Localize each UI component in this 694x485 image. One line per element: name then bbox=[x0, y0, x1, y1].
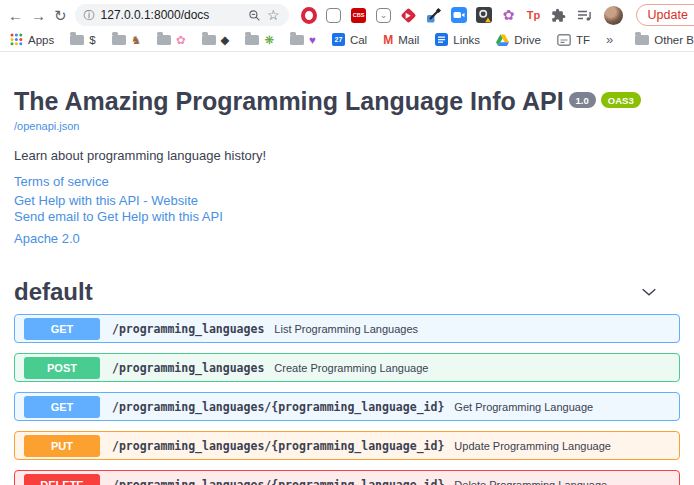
zoom-out-icon[interactable] bbox=[248, 9, 261, 22]
section-title: default bbox=[14, 278, 93, 306]
cbs-icon[interactable]: CBS bbox=[351, 7, 367, 23]
openapi-json-link[interactable]: /openapi.json bbox=[14, 120, 79, 132]
endpoint-path: /programming_languages bbox=[112, 361, 264, 375]
api-description: Learn about programming language history… bbox=[14, 148, 680, 163]
bookmark-label: ♞ bbox=[131, 33, 141, 47]
url-text[interactable]: 127.0.0.1:8000/docs bbox=[101, 8, 242, 22]
bookmark-mail[interactable]: MMail bbox=[383, 33, 419, 47]
method-badge: GET bbox=[24, 396, 100, 418]
bookmark-label: Mail bbox=[398, 34, 419, 46]
bookmarks-overflow-chevron[interactable]: » bbox=[606, 32, 613, 47]
update-button[interactable]: Update ⋮ bbox=[636, 4, 694, 26]
playlist-icon[interactable] bbox=[576, 7, 592, 23]
extensions-row: CBS⌄✿Tp bbox=[301, 7, 592, 23]
bookmark-links[interactable]: Links bbox=[435, 33, 480, 46]
method-badge: DELETE bbox=[24, 474, 100, 485]
bookmark-folder-green[interactable]: ❋ bbox=[245, 33, 274, 47]
back-icon[interactable]: ← bbox=[8, 8, 23, 23]
tp-icon[interactable]: Tp bbox=[526, 7, 542, 23]
endpoint-summary: Delete Programming Language bbox=[454, 479, 607, 485]
endpoint-row-post[interactable]: POST/programming_languagesCreate Program… bbox=[14, 353, 680, 382]
bookmark-label: ◆ bbox=[221, 33, 230, 47]
help-email-link[interactable]: Send email to Get Help with this API bbox=[14, 209, 680, 225]
bookmark-folder-heart[interactable]: ♥ bbox=[290, 34, 316, 46]
bookmark-tf[interactable]: TF bbox=[557, 34, 590, 46]
endpoint-path: /programming_languages/{programming_lang… bbox=[112, 478, 444, 485]
endpoint-summary: Create Programming Language bbox=[274, 362, 428, 374]
reload-icon[interactable]: ↻ bbox=[54, 8, 67, 23]
flower-icon[interactable]: ✿ bbox=[501, 7, 517, 23]
bookmark-label: $ bbox=[89, 34, 95, 46]
bookmark-label: ♥ bbox=[309, 34, 316, 46]
bookmark-folder-grad[interactable]: ◆ bbox=[202, 33, 230, 47]
browser-toolbar: ← → ↻ ⓘ 127.0.0.1:8000/docs ☆ CBS⌄✿Tp Up… bbox=[0, 0, 694, 30]
other-bookmarks[interactable]: Other Bookmarks bbox=[635, 34, 694, 46]
endpoint-row-get[interactable]: GET/programming_languagesList Programmin… bbox=[14, 314, 680, 343]
oas3-badge: OAS3 bbox=[601, 92, 641, 108]
bookmark-label: ❋ bbox=[264, 33, 274, 47]
update-label: Update bbox=[648, 8, 688, 22]
bookmark-label: ✿ bbox=[176, 33, 186, 47]
api-title-row: The Amazing Programming Language Info AP… bbox=[14, 88, 680, 116]
endpoint-summary: Get Programming Language bbox=[454, 401, 593, 413]
bookmark-label: Apps bbox=[28, 34, 54, 46]
bookmark-label: TF bbox=[576, 34, 590, 46]
page-title: The Amazing Programming Language Info AP… bbox=[14, 88, 564, 116]
chevron-down-icon[interactable] bbox=[640, 283, 658, 301]
default-section-header[interactable]: default bbox=[14, 278, 680, 306]
endpoint-summary: Update Programming Language bbox=[454, 440, 611, 452]
adguard-icon[interactable] bbox=[401, 7, 417, 23]
other-bookmarks-label: Other Bookmarks bbox=[654, 34, 694, 46]
endpoint-summary: List Programming Languages bbox=[274, 323, 418, 335]
chat-bubble-icon[interactable] bbox=[326, 7, 342, 23]
bookmark-label: Drive bbox=[514, 34, 541, 46]
bookmark-label: Cal bbox=[350, 34, 367, 46]
adblocker-icon[interactable] bbox=[301, 7, 317, 23]
license-link[interactable]: Apache 2.0 bbox=[14, 231, 680, 246]
version-badge: 1.0 bbox=[569, 92, 596, 108]
help-website-link[interactable]: Get Help with this API - Website bbox=[14, 193, 680, 209]
folder-icon bbox=[635, 35, 649, 45]
swagger-docs-page: The Amazing Programming Language Info AP… bbox=[0, 88, 694, 485]
pocket-icon[interactable]: ⌄ bbox=[376, 7, 392, 23]
forward-icon[interactable]: → bbox=[31, 8, 46, 23]
site-info-icon[interactable]: ⓘ bbox=[84, 10, 95, 21]
endpoint-path: /programming_languages/{programming_lang… bbox=[112, 439, 444, 453]
extensions-puzzle-icon[interactable] bbox=[551, 7, 567, 23]
endpoint-path: /programming_languages bbox=[112, 322, 264, 336]
bookmark-folder-money[interactable]: $ bbox=[70, 34, 95, 46]
endpoint-row-get[interactable]: GET/programming_languages/{programming_l… bbox=[14, 392, 680, 421]
bookmark-star-icon[interactable]: ☆ bbox=[267, 8, 280, 22]
bookmarks-bar: » Other Bookmarks Apps$♞✿◆❋♥27CalMMailLi… bbox=[0, 30, 694, 52]
method-badge: POST bbox=[24, 357, 100, 379]
endpoint-row-delete[interactable]: DELETE/programming_languages/{programmin… bbox=[14, 470, 680, 485]
bookmark-folder-pink[interactable]: ✿ bbox=[157, 33, 186, 47]
bookmark-drive[interactable]: Drive bbox=[496, 34, 541, 46]
bookmark-folder-horse[interactable]: ♞ bbox=[112, 33, 141, 47]
method-badge: PUT bbox=[24, 435, 100, 457]
endpoint-path: /programming_languages/{programming_lang… bbox=[112, 400, 444, 414]
profile-avatar[interactable] bbox=[604, 6, 623, 25]
endpoint-row-put[interactable]: PUT/programming_languages/{programming_l… bbox=[14, 431, 680, 460]
terms-of-service-link[interactable]: Terms of service bbox=[14, 174, 680, 189]
bookmark-label: Links bbox=[453, 34, 480, 46]
bookmark-cal[interactable]: 27Cal bbox=[332, 33, 367, 46]
bookmark-apps[interactable]: Apps bbox=[10, 33, 54, 46]
method-badge: GET bbox=[24, 318, 100, 340]
color-picker-icon[interactable] bbox=[426, 7, 442, 23]
endpoints: GET/programming_languagesList Programmin… bbox=[14, 314, 680, 485]
address-bar[interactable]: ⓘ 127.0.0.1:8000/docs ☆ bbox=[75, 4, 289, 26]
session-gear-icon[interactable] bbox=[476, 7, 492, 23]
zoom-camera-icon[interactable] bbox=[451, 7, 467, 23]
